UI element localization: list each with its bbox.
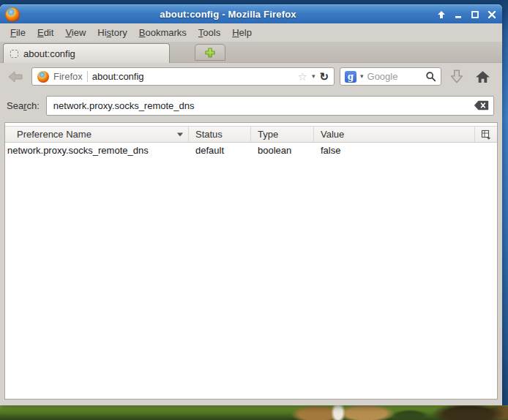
home-icon — [475, 70, 490, 83]
sort-descending-icon — [177, 132, 183, 137]
close-button[interactable] — [487, 10, 497, 20]
window-title: about:config - Mozilla Firefox — [20, 9, 436, 20]
arrow-up-icon — [437, 10, 446, 19]
web-search-input[interactable] — [367, 71, 422, 82]
search-label: Search: — [7, 100, 40, 111]
url-separator — [87, 71, 88, 82]
minimize-icon — [454, 10, 463, 19]
menu-file[interactable]: File — [4, 25, 31, 40]
magnifier-icon[interactable] — [425, 71, 436, 82]
firefox-logo-icon — [5, 7, 20, 22]
menu-bar: File Edit View History Bookmarks Tools H… — [0, 23, 502, 42]
navigation-toolbar: Firefox about:config ☆ ▾ ↻ g ▾ — [0, 63, 502, 90]
pref-row[interactable]: network.proxy.socks_remote_dns default b… — [5, 143, 497, 158]
title-bar[interactable]: about:config - Mozilla Firefox — [0, 4, 502, 23]
menu-edit[interactable]: Edit — [31, 25, 59, 40]
pref-value-cell[interactable]: false — [314, 145, 475, 156]
column-header-status[interactable]: Status — [189, 127, 251, 142]
config-search-input[interactable] — [46, 96, 494, 116]
pref-name-cell[interactable]: network.proxy.socks_remote_dns — [5, 145, 189, 156]
menu-bookmarks[interactable]: Bookmarks — [133, 25, 193, 40]
tab-about-config[interactable]: about:config — [3, 43, 170, 63]
minimize-button[interactable] — [453, 10, 463, 20]
tab-label: about:config — [23, 48, 75, 59]
clear-search-icon[interactable] — [474, 100, 489, 110]
reload-icon[interactable]: ↻ — [319, 71, 329, 82]
google-logo-icon[interactable]: g — [345, 71, 356, 83]
tab-favicon-placeholder-icon — [10, 50, 18, 58]
site-identity-label[interactable]: Firefox — [53, 71, 83, 82]
pref-type-cell[interactable]: boolean — [251, 145, 314, 156]
window-controls — [436, 10, 497, 20]
column-header-type[interactable]: Type — [251, 127, 314, 142]
urlbar-dropdown-icon[interactable]: ▾ — [312, 73, 315, 80]
tab-bar: about:config — [0, 42, 502, 63]
home-button[interactable] — [472, 67, 493, 87]
menu-history[interactable]: History — [91, 25, 132, 40]
desktop: { "window": { "title": "about:config - M… — [0, 0, 508, 420]
url-text[interactable]: about:config — [92, 71, 294, 82]
search-engine-dropdown-icon[interactable]: ▾ — [360, 73, 364, 80]
config-filter-bar: Search: — [0, 90, 502, 121]
firefox-favicon-icon — [37, 71, 49, 83]
column-picker-button[interactable] — [475, 127, 497, 142]
desktop-wallpaper-grass — [0, 405, 508, 420]
menu-view[interactable]: View — [59, 25, 91, 40]
downloads-button[interactable] — [447, 67, 467, 87]
back-button[interactable] — [4, 67, 26, 87]
web-search-box[interactable]: g ▾ — [340, 67, 441, 86]
plus-icon — [204, 47, 216, 59]
maximize-icon — [471, 10, 479, 19]
firefox-window: about:config - Mozilla Firefox File Edit… — [0, 4, 502, 405]
table-header: Preference Name Status Type Value — [5, 126, 497, 143]
maximize-button[interactable] — [470, 10, 480, 20]
menu-help[interactable]: Help — [226, 25, 258, 40]
back-arrow-icon — [7, 70, 24, 84]
url-bar[interactable]: Firefox about:config ☆ ▾ ↻ — [31, 67, 335, 86]
config-search-field — [46, 96, 494, 116]
menu-tools[interactable]: Tools — [193, 25, 226, 40]
new-tab-button[interactable] — [195, 44, 225, 61]
column-header-preference-name[interactable]: Preference Name — [5, 127, 189, 142]
pref-status-cell[interactable]: default — [189, 145, 251, 156]
shade-window-button[interactable] — [436, 10, 447, 20]
download-arrow-icon — [449, 70, 465, 84]
close-icon — [488, 10, 496, 19]
column-picker-icon — [481, 130, 491, 140]
column-header-value[interactable]: Value — [314, 127, 475, 142]
config-content-area: Preference Name Status Type Value — [4, 122, 498, 400]
bookmark-star-icon[interactable]: ☆ — [297, 71, 307, 82]
